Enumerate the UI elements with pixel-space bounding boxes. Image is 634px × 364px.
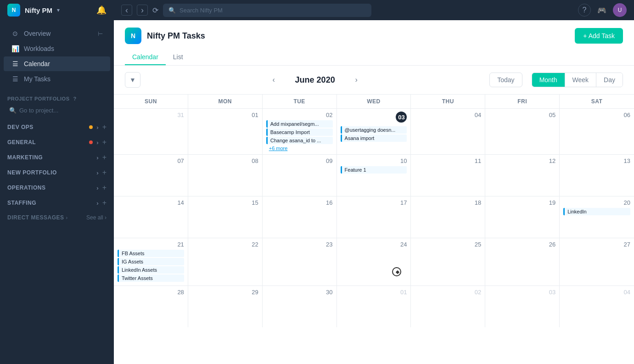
cell-date: 11 <box>415 157 481 164</box>
view-day-button[interactable]: Day <box>596 73 623 87</box>
calendar-cell-jun25: 25 <box>411 238 485 286</box>
calendar-cell-jun06: 06 <box>560 109 634 154</box>
cell-date: 25 <box>415 241 481 248</box>
calendar-cell-jun12: 12 <box>485 155 560 196</box>
calendar-cell-jun21: 21 FB Assets IG Assets LinkedIn Assets T… <box>114 238 188 286</box>
sidebar-group-devops[interactable]: DEV OPS › + <box>0 120 114 134</box>
cell-date: 04 <box>563 289 630 296</box>
filter-button[interactable]: ▼ <box>125 72 140 88</box>
cell-date: 17 <box>341 199 407 206</box>
calendar-cell-jun23: 23 <box>263 238 337 286</box>
calendar-week-1: 31 01 02 Add mixpanel/segm... Basecamp I… <box>114 109 634 155</box>
avatar[interactable]: U <box>613 3 627 17</box>
view-month-button[interactable]: Month <box>532 73 565 87</box>
notification-icon[interactable]: 🔔 <box>96 5 107 15</box>
project-logo: N <box>125 28 141 44</box>
task-item[interactable]: LinkedIn Assets <box>118 266 184 274</box>
calendar-cell-jun19: 19 <box>485 196 560 238</box>
sidebar-group-staffing[interactable]: STAFFING › + <box>0 196 114 210</box>
search-bar[interactable]: 🔍 Search Nifty PM <box>163 4 371 17</box>
calendar-icon: ☰ <box>11 60 19 67</box>
cell-date: 30 <box>266 289 333 296</box>
calendar-cell-jun17: 17 <box>337 196 411 238</box>
calendar-cell-jul02: 02 <box>411 286 485 327</box>
notifications-icon[interactable]: 🎮 <box>595 4 608 17</box>
task-item[interactable]: Add mixpanel/segm... <box>266 120 333 128</box>
more-tasks-link[interactable]: +6 more <box>266 145 333 151</box>
add-group-button[interactable]: + <box>102 168 107 177</box>
tab-calendar[interactable]: Calendar <box>125 50 166 65</box>
nav-forward-icon[interactable]: › <box>137 5 148 16</box>
tasks-icon: ☰ <box>11 75 19 83</box>
see-all-link[interactable]: See all › <box>86 214 107 221</box>
task-item[interactable]: LinkedIn <box>563 208 630 215</box>
add-group-button[interactable]: + <box>102 153 107 162</box>
sidebar-item-workloads[interactable]: 📊 Workloads <box>4 41 110 56</box>
sidebar-group-new-portfolio[interactable]: NEW PORTFOLIO › + <box>0 165 114 180</box>
task-item[interactable]: Asana import <box>341 134 407 142</box>
sidebar-item-my-tasks[interactable]: ☰ My Tasks <box>4 72 110 86</box>
sidebar-item-overview[interactable]: ⊙ Overview ⊢ <box>4 26 110 41</box>
task-item[interactable]: @usertagging doesn... <box>341 126 407 134</box>
cell-date-today: 03 <box>396 112 407 123</box>
calendar-cell-jul01: 01 <box>337 286 411 327</box>
cursor-indicator <box>392 267 401 276</box>
calendar-cell-jun02: 02 Add mixpanel/segm... Basecamp Import … <box>263 109 337 154</box>
task-item[interactable]: IG Assets <box>118 258 184 265</box>
view-week-button[interactable]: Week <box>565 73 597 87</box>
add-group-button[interactable]: + <box>102 138 107 146</box>
calendar-cell-jun04: 04 <box>411 109 485 154</box>
add-group-button[interactable]: + <box>102 199 107 207</box>
calendar-cell-jun14: 14 <box>114 196 188 238</box>
prev-month-button[interactable]: ‹ <box>267 73 280 86</box>
overview-icon: ⊙ <box>11 30 19 37</box>
group-name: DEV OPS <box>7 124 86 130</box>
calendar-cell-jun03: 03 @usertagging doesn... Asana import <box>337 109 411 154</box>
calendar-cell-jun20: 20 LinkedIn <box>560 196 634 238</box>
next-month-button[interactable]: › <box>350 73 363 86</box>
group-chevron: › <box>96 154 98 161</box>
status-dot <box>89 125 93 129</box>
task-item[interactable]: Feature 1 <box>341 166 407 174</box>
calendar-cell-jun09: 09 <box>263 155 337 196</box>
cell-date: 13 <box>563 157 630 164</box>
add-group-button[interactable]: + <box>102 184 107 192</box>
search-icon: 🔍 <box>9 107 17 114</box>
cell-date: 03 <box>489 289 555 296</box>
task-item[interactable]: FB Assets <box>118 250 184 257</box>
nav-back-icon[interactable]: ‹ <box>121 5 132 16</box>
task-item[interactable]: Basecamp Import <box>266 129 333 136</box>
cell-date: 09 <box>266 157 333 164</box>
calendar-cell-jun26: 26 <box>485 238 560 286</box>
cell-date: 29 <box>192 289 258 296</box>
portfolios-help-icon[interactable]: ? <box>73 96 77 101</box>
group-chevron: › <box>96 169 98 176</box>
task-item[interactable]: Change asana_id to ... <box>266 137 333 144</box>
calendar-cell-jun16: 16 <box>263 196 337 238</box>
cell-date: 07 <box>118 157 184 164</box>
add-group-button[interactable]: + <box>102 123 107 131</box>
sidebar-group-marketing[interactable]: MARKETING › + <box>0 150 114 165</box>
cell-date: 16 <box>266 199 333 206</box>
project-title: Nifty PM Tasks <box>147 31 205 41</box>
today-button[interactable]: Today <box>489 73 522 87</box>
tab-list[interactable]: List <box>166 50 191 65</box>
app-wrapper: N Nifty PM ▾ 🔔 ⊙ Overview ⊢ 📊 Workloads … <box>0 0 634 364</box>
history-icon[interactable]: ⟳ <box>152 6 158 15</box>
task-item[interactable]: Twitter Assets <box>118 274 184 282</box>
add-task-button[interactable]: + Add Task <box>575 28 623 44</box>
project-header: N Nifty PM Tasks + Add Task Calendar Lis… <box>114 20 634 66</box>
app-dropdown-icon[interactable]: ▾ <box>57 7 60 13</box>
sidebar-topbar: N Nifty PM ▾ 🔔 <box>0 0 114 20</box>
sidebar-group-operations[interactable]: OPERATIONS › + <box>0 180 114 195</box>
day-header-thu: THU <box>411 95 485 108</box>
portfolio-search[interactable]: 🔍 Go to project... <box>6 105 108 116</box>
help-icon[interactable]: ? <box>578 4 591 17</box>
sidebar-item-calendar[interactable]: ☰ Calendar <box>4 56 110 71</box>
group-chevron: › <box>96 124 98 131</box>
cell-date: 06 <box>563 112 630 118</box>
calendar-cell-may31: 31 <box>114 109 188 154</box>
day-header-wed: WED <box>337 95 411 108</box>
sidebar-group-general[interactable]: GENERAL › + <box>0 135 114 150</box>
calendar-body: 31 01 02 Add mixpanel/segm... Basecamp I… <box>114 109 634 364</box>
